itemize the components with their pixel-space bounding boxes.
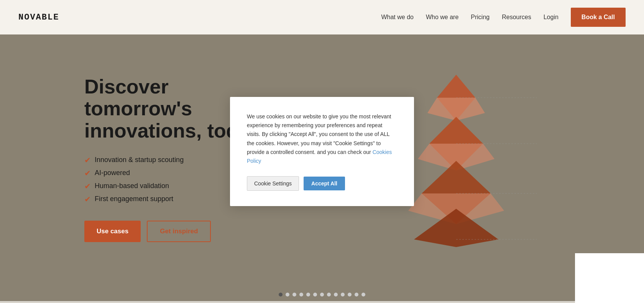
cookie-modal-overlay: We use cookies on our website to give yo… bbox=[0, 0, 644, 303]
cookie-text: We use cookies on our website to give yo… bbox=[247, 112, 397, 165]
cookie-modal: We use cookies on our website to give yo… bbox=[230, 97, 414, 206]
cookie-message: We use cookies on our website to give yo… bbox=[247, 113, 391, 155]
accept-all-button[interactable]: Accept All bbox=[304, 177, 345, 190]
cookie-buttons: Cookie Settings Accept All bbox=[247, 176, 397, 191]
cookie-settings-button[interactable]: Cookie Settings bbox=[247, 176, 299, 191]
